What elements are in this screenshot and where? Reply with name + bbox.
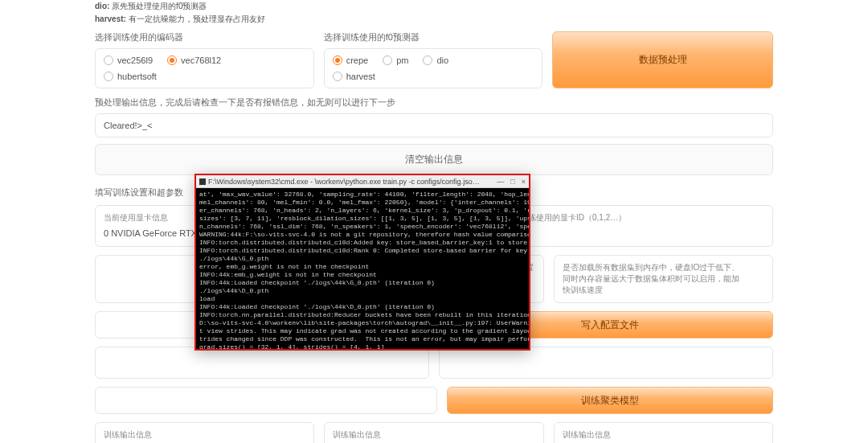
radio-icon [333, 72, 342, 81]
terminal-title-text: F:\Windows\system32\cmd.exe - \workenv\p… [208, 178, 481, 186]
radio-icon [423, 55, 432, 65]
terminal-close-button[interactable]: × [522, 178, 526, 186]
train-log-left-label: 训练输出信息 [104, 429, 305, 441]
train-log-mid-label: 训练输出信息 [333, 429, 534, 441]
radio-crepe[interactable]: crepe [333, 55, 369, 65]
terminal-titlebar[interactable]: F:\Windows\system32\cmd.exe - \workenv\p… [196, 175, 529, 188]
description-block: dio: 原先预处理使用的f0预测器 harvest: 有一定抗噪能力，预处理显… [95, 0, 773, 25]
radio-vec768l12[interactable]: vec768l12 [167, 55, 221, 65]
radio-icon [333, 55, 342, 65]
output-label: 预处理输出信息，完成后请检查一下是否有报错信息，如无则可以进行下一步 [95, 96, 773, 109]
radio-pm[interactable]: pm [383, 55, 408, 65]
f0-label: 选择训练使用的f0预测器 [324, 31, 543, 43]
output-textbox[interactable]: Cleared!>_< [95, 113, 773, 137]
radio-icon [383, 55, 392, 65]
radio-hubertsoft[interactable]: hubertsoft [104, 72, 157, 81]
train-log-right-label: 训练输出信息 [563, 429, 764, 441]
radio-vec256l9[interactable]: vec256l9 [104, 55, 153, 65]
radio-icon [104, 72, 113, 81]
radio-dio[interactable]: dio [423, 55, 448, 65]
encoder-radio-group: vec256l9 vec768l12 [104, 55, 305, 65]
encoder-label: 选择训练使用的编码器 [95, 31, 314, 43]
terminal-maximize-button[interactable]: □ [510, 178, 514, 186]
train-cluster-button[interactable]: 训练聚类模型 [447, 387, 773, 414]
preprocess-button[interactable]: 数据预处理 [552, 31, 773, 88]
all-in-mem-tip: 是否加载所有数据集到内存中，硬盘IO过于低下、 同时内存容量远大于数据集体积时可… [563, 262, 764, 296]
f0-radio-group: crepe pm dio [333, 55, 534, 65]
terminal-window[interactable]: F:\Windows\system32\cmd.exe - \workenv\p… [194, 174, 530, 351]
terminal-output[interactable]: at', 'max_wav_value': 32768.0, 'sampling… [196, 188, 529, 349]
clear-output-button[interactable]: 清空输出信息 [95, 144, 773, 175]
cmd-icon [199, 178, 206, 185]
radio-icon [104, 55, 113, 65]
terminal-minimize-button[interactable]: — [497, 178, 504, 186]
radio-harvest[interactable]: harvest [333, 72, 375, 81]
radio-icon [167, 55, 177, 65]
